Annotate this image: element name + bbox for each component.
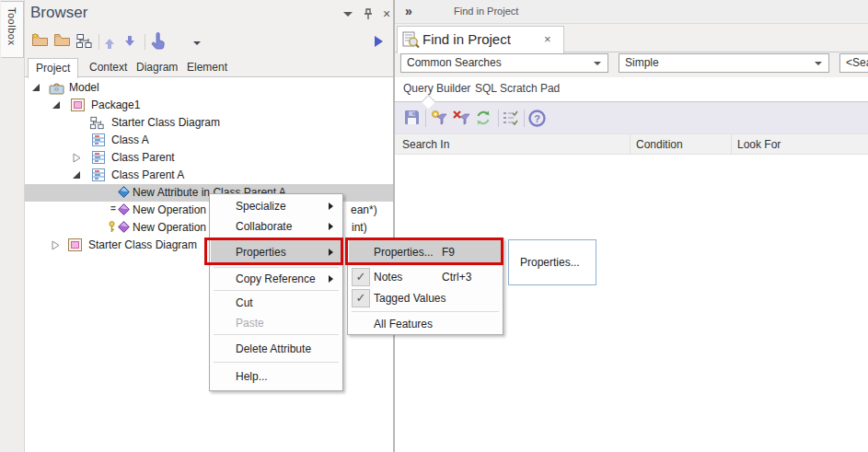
delete-filter-icon[interactable]	[453, 110, 471, 126]
collapse-chevrons-icon[interactable]: »	[405, 4, 412, 18]
column-divider	[630, 134, 631, 155]
column-look-for[interactable]: Look For	[737, 138, 781, 151]
menu-separator	[352, 311, 499, 312]
tab-element[interactable]: Element	[179, 58, 235, 78]
menu-item-label: Cut	[236, 296, 253, 309]
browser-title: Browser	[30, 4, 87, 22]
submenu-item-all-features[interactable]: All Features	[349, 314, 502, 333]
tree-label: Model	[69, 81, 99, 94]
strip-title: Find in Project	[454, 6, 518, 17]
combo-value: Common Searches	[407, 56, 502, 69]
attribute-diamond-icon	[118, 186, 130, 198]
annotation-box-properties	[204, 238, 343, 265]
tab-sql-scratch-pad[interactable]: SQL Scratch Pad	[475, 82, 560, 95]
help-icon[interactable]: ?	[528, 110, 546, 127]
menu-item-delete-attribute[interactable]: Delete Attribute	[211, 338, 341, 360]
collapsed-triangle-icon[interactable]	[52, 240, 60, 250]
tree-row-package1[interactable]: Package1	[25, 97, 393, 114]
toolbar-separator	[98, 34, 99, 50]
combo-arrow-icon	[815, 62, 822, 65]
menu-item-label: Notes	[374, 271, 402, 284]
package-icon	[71, 99, 85, 111]
refresh-icon[interactable]	[475, 110, 492, 126]
results-column-header: Search In Condition Look For	[395, 133, 868, 155]
tab-context[interactable]: Context	[82, 58, 134, 78]
tooltip-label: Properties...	[520, 256, 580, 269]
tree-row-class-a[interactable]: Class A	[25, 132, 393, 149]
browser-tab-bar: Project Context Diagram Element	[25, 55, 393, 77]
context-menu: Specialize Collaborate Properties Copy R…	[209, 193, 343, 391]
class-diagram-icon	[89, 116, 105, 130]
menu-separator	[214, 362, 339, 363]
search-controls-row: Common Searches Simple <Sea	[395, 52, 868, 77]
properties-tooltip: Properties...	[508, 239, 596, 285]
combo-value: Simple	[625, 56, 659, 69]
menu-item-label: Specialize	[236, 200, 286, 213]
menu-separator	[214, 267, 339, 268]
column-search-in[interactable]: Search In	[402, 138, 449, 151]
pin-icon[interactable]	[363, 8, 376, 21]
search-term-input[interactable]: <Sea	[839, 53, 868, 73]
menu-item-label: Copy Reference	[236, 272, 316, 285]
tree-label: Class Parent A	[111, 168, 184, 181]
toolbar-separator	[524, 110, 525, 127]
tree-label: Class Parent	[111, 151, 175, 164]
play-icon[interactable]	[375, 36, 383, 47]
toolbox-strip: Toolbox	[0, 0, 25, 452]
tree-row-class-parent-a[interactable]: Class Parent A	[25, 167, 393, 184]
close-icon[interactable]: ×	[544, 32, 551, 46]
expanded-triangle-icon[interactable]	[32, 84, 40, 91]
collapsed-triangle-icon[interactable]	[73, 153, 81, 163]
profile-combo[interactable]: Simple	[619, 53, 829, 73]
menu-item-label: Help...	[236, 370, 268, 383]
chevron-down-icon[interactable]	[343, 12, 353, 17]
toolbox-tab[interactable]: Toolbox	[1, 1, 24, 58]
menu-item-cut[interactable]: Cut	[211, 293, 341, 313]
expanded-triangle-icon[interactable]	[73, 171, 80, 179]
folder-icon[interactable]	[53, 32, 71, 47]
close-icon[interactable]: ×	[380, 8, 393, 21]
browser-header: Browser ×	[25, 0, 393, 28]
class-diagram-icon[interactable]	[75, 33, 93, 49]
tree-row-model[interactable]: Model	[25, 79, 393, 97]
tree-label: New Operation	[133, 221, 206, 234]
hand-pointer-icon[interactable]	[150, 32, 166, 50]
menu-item-specialize[interactable]: Specialize	[211, 196, 341, 216]
menu-item-help[interactable]: Help...	[211, 365, 341, 388]
arrow-up-icon[interactable]	[105, 34, 114, 44]
tab-project[interactable]: Project	[28, 58, 78, 78]
new-folder-icon[interactable]	[31, 32, 49, 47]
equals-glyph: =	[110, 203, 116, 214]
tab-query-builder[interactable]: Query Builder	[403, 82, 470, 95]
annotation-box-properties-f9	[345, 238, 503, 265]
submenu-arrow-icon	[329, 203, 333, 210]
menu-item-collaborate[interactable]: Collaborate	[211, 216, 341, 237]
query-tab-bar: Query Builder SQL Scratch Pad	[395, 77, 868, 102]
common-searches-combo[interactable]: Common Searches	[400, 53, 608, 73]
menu-item-paste[interactable]: Paste	[211, 313, 341, 333]
column-condition[interactable]: Condition	[636, 138, 683, 151]
toolbar-separator	[425, 110, 426, 127]
tree-row-starter-class-diagram[interactable]: Starter Class Diagram	[25, 114, 393, 132]
find-in-project-panel: » Find in Project Find in Project × Comm…	[395, 0, 868, 452]
expanded-triangle-icon[interactable]	[52, 101, 60, 109]
tab-diagram[interactable]: Diagram	[129, 58, 185, 78]
submenu-item-notes[interactable]: ✓ Notes Ctrl+3	[349, 266, 502, 287]
submenu-item-tagged-values[interactable]: ✓ Tagged Values	[349, 287, 502, 308]
tree-label: Starter Class Diagram	[88, 238, 197, 251]
tree-row-class-parent[interactable]: Class Parent	[25, 149, 393, 167]
checkmark-icon: ✓	[352, 289, 370, 307]
menu-separator	[214, 290, 339, 291]
menu-item-label: All Features	[374, 318, 433, 330]
toolbar-separator	[498, 110, 499, 127]
package-icon	[68, 238, 82, 251]
checklist-icon[interactable]	[503, 110, 519, 126]
menu-separator	[214, 334, 339, 335]
operation-diamond-icon	[118, 203, 130, 215]
tree-label-fragment: int)	[352, 221, 367, 234]
query-toolbar: ?	[395, 102, 868, 133]
add-filter-icon[interactable]	[431, 110, 448, 126]
tab-find-in-project[interactable]: Find in Project ×	[397, 26, 564, 53]
menu-item-copy-reference[interactable]: Copy Reference	[211, 269, 341, 289]
save-icon[interactable]	[404, 110, 420, 125]
